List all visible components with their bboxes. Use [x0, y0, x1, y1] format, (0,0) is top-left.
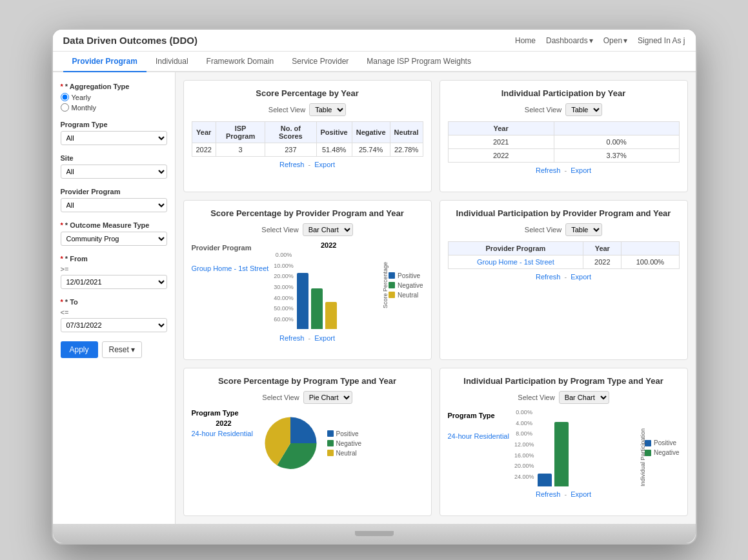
- site-group: Site All: [61, 154, 167, 179]
- main-content: * Aggregation Type Yearly Monthly Progr: [53, 72, 696, 524]
- individual-by-program-type-export[interactable]: Export: [571, 490, 591, 498]
- nav-tabs: Provider Program Individual Framework Do…: [53, 52, 696, 72]
- individual-by-provider-title: Individual Participation by Provider Pro…: [448, 208, 680, 218]
- legend-dot-neutral-1: [389, 292, 395, 298]
- tab-framework-domain[interactable]: Framework Domain: [197, 52, 283, 72]
- nav-home[interactable]: Home: [515, 36, 536, 45]
- score-by-provider-view-select[interactable]: Bar Chart: [303, 223, 353, 236]
- score-by-program-type-view-select[interactable]: Pie Chart: [303, 391, 352, 404]
- prog-type-link-2[interactable]: 24-hour Residential: [448, 432, 509, 440]
- pie-dot-negative: [327, 440, 334, 446]
- table-row: Group Home - 1st Street 2022 100.00%: [448, 255, 679, 269]
- panel-individual-by-program-type: Individual Participation by Program Type…: [440, 368, 688, 516]
- individual-by-program-type-view-row: Select View Bar Chart: [448, 391, 680, 404]
- individual-by-provider-refresh[interactable]: Refresh: [536, 273, 561, 281]
- aggregation-radio-group: Yearly Monthly: [61, 93, 167, 112]
- from-date-select[interactable]: 12/01/2021: [61, 275, 167, 289]
- individual-by-program-type-view-select[interactable]: Bar Chart: [559, 391, 609, 404]
- score-by-program-type-view-row: Select View Pie Chart: [192, 391, 423, 404]
- score-by-year-view-select[interactable]: Table: [309, 103, 346, 116]
- radio-monthly-label: Monthly: [72, 104, 97, 112]
- dashboards-dropdown-icon: ▾: [589, 36, 593, 45]
- cell-year-iby: 2022: [448, 149, 554, 163]
- score-by-year-export[interactable]: Export: [314, 161, 335, 168]
- top-nav: Home Dashboards ▾ Open ▾ Signed In As j: [515, 36, 685, 45]
- to-group: * To <= 07/31/2022: [61, 298, 167, 332]
- cell-scores: 237: [265, 143, 316, 157]
- score-by-program-type-title: Score Percentage by Program Type and Yea…: [192, 376, 423, 386]
- select-view-label-6: Select View: [518, 394, 554, 401]
- score-by-provider-title: Score Percentage by Provider Program and…: [192, 208, 423, 218]
- to-date-select[interactable]: 07/31/2022: [61, 318, 167, 332]
- legend-negative-3: Negative: [645, 449, 679, 456]
- col-negative: Negative: [352, 122, 390, 143]
- individual-by-year-table: Year 2021 0.00%2022 3.37%: [448, 121, 680, 163]
- individual-by-year-actions: Refresh - Export: [448, 166, 680, 174]
- tab-manage-isp[interactable]: Manage ISP Program Weights: [358, 52, 480, 72]
- pie-legend-negative: Negative: [327, 440, 361, 447]
- col-value-3: [622, 242, 679, 255]
- legend-negative-1: Negative: [389, 282, 423, 289]
- site-select[interactable]: All: [61, 165, 167, 179]
- provider-program-group: Provider Program All: [61, 188, 167, 212]
- from-label: * From: [61, 255, 167, 263]
- score-by-provider-refresh[interactable]: Refresh: [279, 334, 305, 342]
- apply-button[interactable]: Apply: [61, 341, 98, 358]
- reset-button[interactable]: Reset ▾: [102, 341, 142, 358]
- radio-monthly-input[interactable]: [61, 103, 69, 112]
- pie-chart-area: Positive Negative Neutral: [261, 414, 361, 472]
- reset-dropdown-icon: ▾: [131, 345, 135, 354]
- legend-label-neutral-1: Neutral: [398, 292, 418, 299]
- radio-monthly[interactable]: Monthly: [61, 103, 167, 112]
- nav-open[interactable]: Open ▾: [603, 36, 627, 45]
- score-by-provider-view-row: Select View Bar Chart: [192, 223, 423, 236]
- legend-label-negative-1: Negative: [398, 282, 423, 289]
- provider-program-label: Provider Program: [61, 188, 167, 195]
- chart-provider-link[interactable]: Group Home - 1st Street: [192, 265, 269, 272]
- individual-by-year-view-select[interactable]: Table: [565, 103, 602, 116]
- outcome-measure-label: * Outcome Measure Type: [61, 221, 167, 229]
- tab-individual[interactable]: Individual: [147, 52, 197, 72]
- score-by-provider-legend: Positive Negative Neutral: [389, 241, 423, 329]
- score-by-provider-export[interactable]: Export: [314, 334, 335, 342]
- action-row: Apply Reset ▾: [61, 341, 167, 358]
- y-axis-label: Score Percentage: [382, 241, 389, 329]
- individual-by-program-type-chart: Program Type 24-hour Residential 24.00% …: [448, 409, 680, 486]
- col-value: [554, 122, 679, 135]
- nav-dashboards[interactable]: Dashboards ▾: [546, 36, 593, 45]
- tab-service-provider[interactable]: Service Provider: [283, 52, 358, 72]
- provider-program-select[interactable]: All: [61, 198, 167, 212]
- cell-provider-ibp[interactable]: Group Home - 1st Street: [448, 255, 583, 269]
- aggregation-type-group: * Aggregation Type Yearly Monthly: [61, 83, 167, 112]
- prog-col-label: Program Type: [192, 409, 256, 417]
- program-type-select[interactable]: All: [61, 131, 167, 145]
- radio-yearly-input[interactable]: [61, 93, 69, 101]
- prog-type-link[interactable]: 24-hour Residential: [192, 430, 256, 437]
- pie-legend: Positive Negative Neutral: [327, 430, 361, 457]
- individual-by-provider-export[interactable]: Export: [571, 273, 591, 281]
- score-by-provider-chart: Provider Program Group Home - 1st Street…: [192, 241, 423, 329]
- site-label: Site: [61, 154, 167, 162]
- pie-dot-neutral: [327, 450, 334, 456]
- select-view-label-5: Select View: [262, 394, 299, 401]
- content-area: Score Percentage by Year Select View Tab…: [176, 72, 696, 524]
- radio-yearly[interactable]: Yearly: [61, 93, 167, 101]
- score-by-year-refresh[interactable]: Refresh: [279, 161, 305, 168]
- aggregation-type-label: * Aggregation Type: [61, 83, 167, 90]
- table-row: 2022 3.37%: [448, 149, 679, 163]
- outcome-measure-select[interactable]: Community Prog: [61, 232, 167, 246]
- individual-by-program-type-refresh[interactable]: Refresh: [536, 490, 561, 498]
- cell-value-iby: 3.37%: [554, 149, 679, 163]
- cell-isp: 3: [216, 143, 265, 157]
- individual-by-year-export[interactable]: Export: [571, 166, 591, 174]
- bar-negative: [311, 288, 323, 329]
- individual-by-year-refresh[interactable]: Refresh: [536, 166, 561, 174]
- col-scores: No. of Scores: [265, 122, 316, 143]
- tab-provider-program[interactable]: Provider Program: [63, 52, 147, 72]
- legend-dot-negative-1: [389, 282, 395, 288]
- sep1: -: [308, 161, 313, 168]
- prog-type-col-label-2: Program Type: [448, 412, 509, 419]
- individual-by-provider-view-select[interactable]: Table: [565, 223, 602, 236]
- panel-score-by-provider: Score Percentage by Provider Program and…: [183, 200, 432, 360]
- app-title: Data Driven Outcomes (DDO): [63, 35, 197, 46]
